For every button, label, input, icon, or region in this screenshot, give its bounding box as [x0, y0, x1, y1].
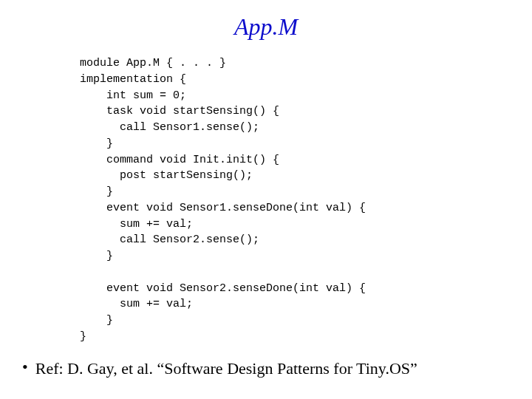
code-block: module App.M { . . . } implementation { … — [80, 55, 366, 345]
bullet-icon: • — [22, 358, 28, 377]
slide: App.M module App.M { . . . } implementat… — [0, 0, 532, 399]
reference-line: •Ref: D. Gay, et al. “Software Design Pa… — [22, 359, 417, 378]
reference-text: Ref: D. Gay, et al. “Software Design Pat… — [35, 359, 417, 378]
page-title: App.M — [0, 13, 532, 41]
